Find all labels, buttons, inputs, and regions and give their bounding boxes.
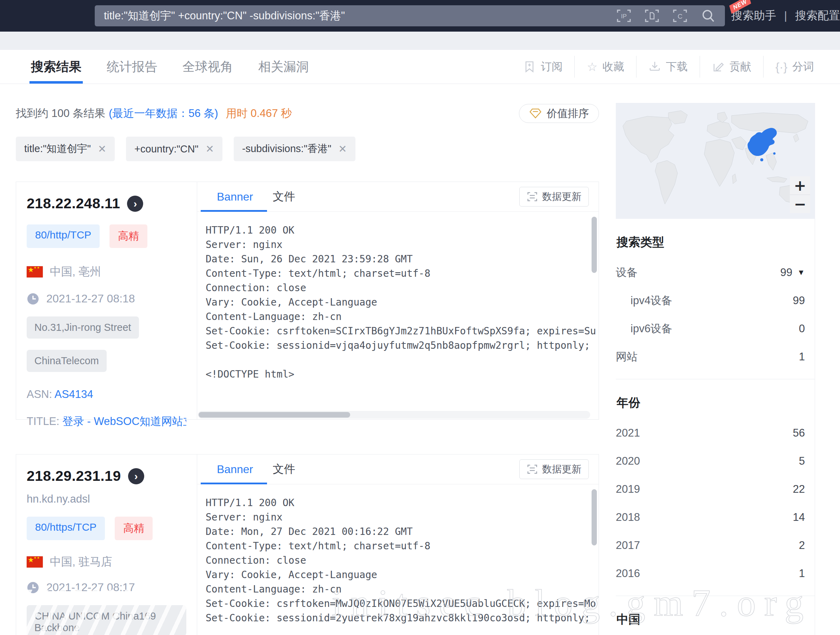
asn-label: ASN:: [27, 388, 52, 401]
horizontal-scrollbar[interactable]: [198, 411, 590, 419]
remove-filter-icon[interactable]: ✕: [338, 143, 347, 155]
asn-link[interactable]: AS4134: [54, 388, 93, 401]
vertical-scrollbar[interactable]: [592, 217, 597, 273]
filter-chip: +country:"CN" ✕: [126, 137, 223, 161]
nav-right: NEW 搜索助手 | 搜索配置: [731, 8, 840, 24]
facet-row-device[interactable]: 设备 99 ▼: [616, 261, 815, 284]
banner-tab[interactable]: Banner: [217, 454, 253, 484]
port-protocol-tag[interactable]: 80/http/TCP: [27, 225, 99, 248]
data-update-button[interactable]: 数据更新: [519, 459, 589, 479]
code-scan-icon[interactable]: C: [672, 8, 688, 24]
isp-chip: ChinaTelecom: [27, 350, 107, 372]
facet-row-ipv4[interactable]: ipv4设备 99: [616, 289, 815, 312]
result-meta: 218.22.248.11 › 80/http/TCP 高精 ★ ★★ 中国, …: [16, 182, 197, 420]
tab-global-view[interactable]: 全球视角: [182, 50, 233, 84]
result-card: 218.22.248.11 › 80/http/TCP 高精 ★ ★★ 中国, …: [16, 182, 599, 420]
file-tab[interactable]: 文件: [273, 454, 295, 484]
tab-statistics-report[interactable]: 统计报告: [107, 50, 157, 84]
facet-row-year[interactable]: 202156: [616, 421, 815, 445]
download-icon: [649, 60, 661, 73]
filter-chip: title:"知道创宇" ✕: [16, 137, 115, 161]
search-assistant-link[interactable]: 搜索助手: [731, 9, 776, 22]
subscribe-button[interactable]: 订阅: [511, 56, 575, 78]
address-chip: No.31,Jin-rong Street: [27, 317, 139, 339]
result-time: 2021-12-27 08:17: [46, 581, 135, 594]
zoomeye-search-page: title:"知道创宇" +country:"CN" -subdivisions…: [0, 0, 840, 635]
facet-title: 中国: [616, 611, 815, 628]
results-count-text: 找到约 100 条结果: [16, 106, 105, 121]
elapsed-time-text: 用时 0.467 秒: [226, 106, 292, 121]
result-hostname: hn.kd.ny.adsl: [27, 493, 186, 505]
data-update-icon: [527, 464, 538, 475]
result-tabbar: 搜索结果 统计报告 全球视角 相关漏洞 订阅 ☆ 收藏 下载: [0, 50, 840, 84]
filter-chip: -subdivisions:"香港" ✕: [234, 137, 355, 161]
banner-panel: Banner 文件 数据更新 HTTP/1.1 200 OK Server: n…: [197, 454, 598, 635]
sub-header-band: [0, 32, 840, 50]
banner-content: HTTP/1.1 200 OK Server: nginx Date: Sun,…: [197, 212, 598, 382]
result-meta: 218.29.231.19 › hn.kd.ny.adsl 80/https/T…: [16, 454, 197, 635]
search-icon[interactable]: [700, 8, 716, 24]
result-ip[interactable]: 218.29.231.19: [27, 468, 121, 485]
tab-related-vulnerabilities[interactable]: 相关漏洞: [258, 50, 309, 84]
facet-china: 中国 南阳5 新乡5: [616, 595, 815, 635]
contribute-button[interactable]: 贡献: [699, 56, 763, 78]
favorite-button[interactable]: ☆ 收藏: [575, 56, 636, 78]
result-location: 中国, 驻马店: [50, 554, 112, 570]
search-tools: IP C: [616, 8, 716, 24]
tab-search-results[interactable]: 搜索结果: [31, 50, 81, 84]
data-update-button[interactable]: 数据更新: [519, 187, 589, 206]
data-update-icon: [527, 191, 538, 202]
china-flag-icon: ★ ★★: [27, 556, 43, 568]
braces-icon: {·}: [775, 60, 787, 74]
results-column: 找到约 100 条结果 (最近一年数据：56 条) 用时 0.467 秒 价值排…: [16, 84, 599, 635]
isp-chip: CHINA UNICOM China169 Backbone: [27, 605, 186, 635]
port-protocol-tag[interactable]: 80/https/TCP: [27, 517, 105, 540]
search-config-link[interactable]: 搜索配置: [795, 9, 840, 22]
world-map-panel: + −: [616, 103, 815, 219]
facet-row-website[interactable]: 网站 1: [616, 345, 815, 369]
facet-row-year[interactable]: 201922: [616, 478, 815, 501]
facet-row-year[interactable]: 20205: [616, 450, 815, 473]
high-precision-tag: 高精: [109, 225, 147, 248]
remove-filter-icon[interactable]: ✕: [205, 143, 214, 155]
title-label: TITLE:: [27, 415, 59, 428]
file-scan-icon[interactable]: [644, 8, 660, 24]
remove-filter-icon[interactable]: ✕: [98, 143, 106, 155]
facet-row-ipv6[interactable]: ipv6设备 0: [616, 317, 815, 340]
world-map[interactable]: [616, 103, 815, 219]
word-segment-button[interactable]: {·} 分词: [763, 56, 826, 78]
facet-row-year[interactable]: 20172: [616, 534, 815, 557]
zoom-out-button[interactable]: −: [790, 195, 810, 213]
result-location: 中国, 亳州: [50, 264, 101, 280]
facet-title: 年份: [616, 395, 815, 411]
facet-search-type: 搜索类型 设备 99 ▼ ipv4设备 99 ipv6设备 0: [616, 219, 815, 379]
download-button[interactable]: 下载: [636, 56, 699, 78]
edit-icon: [712, 60, 725, 73]
top-navbar: title:"知道创宇" +country:"CN" -subdivisions…: [0, 0, 840, 32]
ip-scan-icon[interactable]: IP: [616, 8, 632, 24]
facet-row-year[interactable]: 201814: [616, 506, 815, 529]
ip-detail-arrow[interactable]: ›: [127, 196, 143, 212]
filter-chips: title:"知道创宇" ✕ +country:"CN" ✕ -subdivis…: [16, 137, 599, 161]
facet-year: 年份 202156 20205 201922 201814 20172: [616, 379, 815, 595]
value-sort-button[interactable]: 价值排序: [519, 104, 599, 123]
result-ip[interactable]: 218.22.248.11: [27, 195, 120, 212]
high-precision-tag: 高精: [115, 517, 153, 540]
search-query-text[interactable]: title:"知道创宇" +country:"CN" -subdivisions…: [104, 8, 616, 23]
recent-year-count-link[interactable]: (最近一年数据：56 条): [109, 106, 218, 121]
bookmark-plus-icon: [523, 60, 536, 73]
title-link[interactable]: 登录 - WebSOC知道网站立...: [62, 415, 186, 428]
zoom-in-button[interactable]: +: [790, 176, 810, 195]
file-tab[interactable]: 文件: [273, 182, 295, 211]
banner-tab[interactable]: Banner: [217, 182, 253, 211]
clock-icon: [27, 581, 39, 594]
star-icon: ☆: [587, 60, 597, 74]
facet-row-year[interactable]: 20161: [616, 562, 815, 585]
page-actions: 订阅 ☆ 收藏 下载 贡献 {·} 分词: [511, 50, 826, 84]
ip-detail-arrow[interactable]: ›: [128, 468, 144, 485]
vertical-scrollbar[interactable]: [592, 489, 597, 545]
collapse-caret-icon[interactable]: ▼: [797, 268, 805, 277]
diamond-icon: [529, 108, 542, 119]
china-flag-icon: ★ ★★: [27, 266, 43, 277]
search-input[interactable]: title:"知道创宇" +country:"CN" -subdivisions…: [95, 5, 725, 26]
